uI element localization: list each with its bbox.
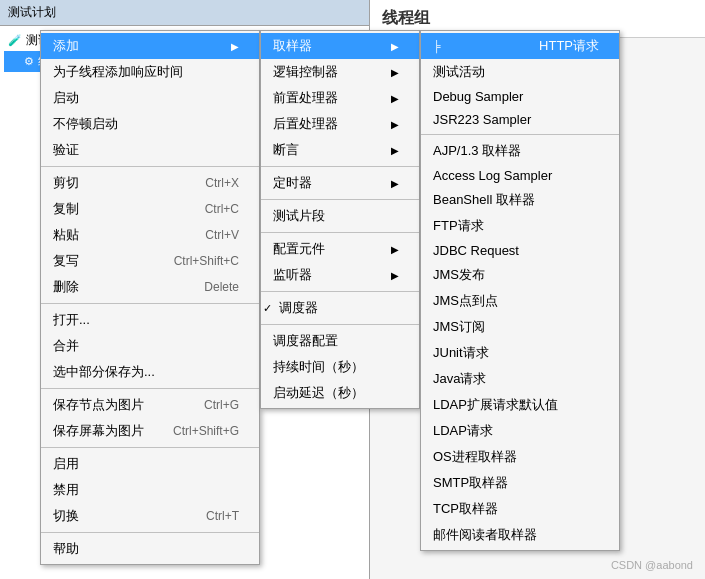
menu-item-http-request[interactable]: ╞ HTTP请求 xyxy=(421,33,619,59)
menu-item-access-log-sampler[interactable]: Access Log Sampler xyxy=(421,164,619,187)
watermark-text: CSDN @aabond xyxy=(611,559,693,571)
menu-item-config-element[interactable]: 配置元件 ▶ xyxy=(261,236,419,262)
menu-item-help[interactable]: 帮助 xyxy=(41,536,259,562)
menu-item-label: BeanShell 取样器 xyxy=(433,191,535,209)
menu-item-save-selected[interactable]: 选中部分保存为... xyxy=(41,359,259,385)
menu-item-merge[interactable]: 合并 xyxy=(41,333,259,359)
menu-item-ldap-request[interactable]: LDAP请求 xyxy=(421,418,619,444)
menu-item-start-delay[interactable]: 启动延迟（秒） xyxy=(261,380,419,406)
menu-item-label: Java请求 xyxy=(433,370,486,388)
menu-item-timer[interactable]: 定时器 ▶ xyxy=(261,170,419,196)
menu-item-label: 禁用 xyxy=(53,481,79,499)
menu-item-save-screen-img[interactable]: 保存屏幕为图片 Ctrl+Shift+G xyxy=(41,418,259,444)
context-menu-l3: ╞ HTTP请求 测试活动 Debug Sampler JSR223 Sampl… xyxy=(420,30,620,551)
menu-item-label: SMTP取样器 xyxy=(433,474,508,492)
menu-item-label: 保存节点为图片 xyxy=(53,396,144,414)
menu-item-label: 逻辑控制器 xyxy=(273,63,338,81)
menu-item-post-processor[interactable]: 后置处理器 ▶ xyxy=(261,111,419,137)
menu-item-label: 启用 xyxy=(53,455,79,473)
menu-item-save-node-img[interactable]: 保存节点为图片 Ctrl+G xyxy=(41,392,259,418)
menu-item-label: JMS点到点 xyxy=(433,292,498,310)
menu-item-arrow: ▶ xyxy=(391,41,399,52)
menu-item-duration[interactable]: 持续时间（秒） xyxy=(261,354,419,380)
menu-item-java-request[interactable]: Java请求 xyxy=(421,366,619,392)
menu-item-label: LDAP请求 xyxy=(433,422,493,440)
menu-item-label: 持续时间（秒） xyxy=(273,358,364,376)
menu-item-os-process-sampler[interactable]: OS进程取样器 xyxy=(421,444,619,470)
menu-item-test-activity[interactable]: 测试活动 xyxy=(421,59,619,85)
menu-item-mail-reader-sampler[interactable]: 邮件阅读者取样器 xyxy=(421,522,619,548)
separator-2 xyxy=(41,303,259,304)
menu-item-assertion[interactable]: 断言 ▶ xyxy=(261,137,419,163)
menu-item-pre-processor[interactable]: 前置处理器 ▶ xyxy=(261,85,419,111)
menu-item-label: 剪切 xyxy=(53,174,79,192)
separator-l2-1 xyxy=(261,166,419,167)
menu-item-add[interactable]: 添加 ▶ xyxy=(41,33,259,59)
menu-item-shortcut: Ctrl+Shift+G xyxy=(173,424,239,438)
menu-item-label: 复写 xyxy=(53,252,79,270)
menu-item-junit-request[interactable]: JUnit请求 xyxy=(421,340,619,366)
menu-item-start-no-pause[interactable]: 不停顿启动 xyxy=(41,111,259,137)
menu-item-copy[interactable]: 复制 Ctrl+C xyxy=(41,196,259,222)
menu-item-jms-p2p[interactable]: JMS点到点 xyxy=(421,288,619,314)
testplan-icon: 🧪 xyxy=(8,34,22,47)
menu-item-enable[interactable]: 启用 xyxy=(41,451,259,477)
menu-item-toggle[interactable]: 切换 Ctrl+T xyxy=(41,503,259,529)
menu-item-label: 调度器配置 xyxy=(273,332,338,350)
menu-item-ftp-request[interactable]: FTP请求 xyxy=(421,213,619,239)
menu-item-label: 取样器 xyxy=(273,37,312,55)
menu-item-add-arrow: ▶ xyxy=(231,41,239,52)
menu-item-label: 复制 xyxy=(53,200,79,218)
separator-l2-4 xyxy=(261,291,419,292)
menu-item-label: 为子线程添加响应时间 xyxy=(53,63,183,81)
threadgroup-icon: ⚙ xyxy=(24,55,34,68)
menu-item-open[interactable]: 打开... xyxy=(41,307,259,333)
right-title: 线程组 xyxy=(382,9,430,26)
menu-item-disable[interactable]: 禁用 xyxy=(41,477,259,503)
menu-item-jsr223-sampler[interactable]: JSR223 Sampler xyxy=(421,108,619,131)
menu-item-cut[interactable]: 剪切 Ctrl+X xyxy=(41,170,259,196)
menu-item-label: JUnit请求 xyxy=(433,344,489,362)
separator-l2-5 xyxy=(261,324,419,325)
tree-header: 测试计划 xyxy=(0,0,369,26)
menu-item-label: 调度器 xyxy=(279,299,318,317)
menu-item-tcp-sampler[interactable]: TCP取样器 xyxy=(421,496,619,522)
menu-item-debug-sampler[interactable]: Debug Sampler xyxy=(421,85,619,108)
menu-item-arrow: ▶ xyxy=(391,67,399,78)
menu-item-listener[interactable]: 监听器 ▶ xyxy=(261,262,419,288)
menu-item-label: 合并 xyxy=(53,337,79,355)
menu-item-label: 断言 xyxy=(273,141,299,159)
menu-item-jdbc-request[interactable]: JDBC Request xyxy=(421,239,619,262)
menu-item-label: LDAP扩展请求默认值 xyxy=(433,396,558,414)
menu-item-sampler[interactable]: 取样器 ▶ xyxy=(261,33,419,59)
menu-item-label: OS进程取样器 xyxy=(433,448,517,466)
menu-item-paste[interactable]: 粘贴 Ctrl+V xyxy=(41,222,259,248)
menu-item-label: 启动 xyxy=(53,89,79,107)
watermark: CSDN @aabond xyxy=(611,559,693,571)
menu-item-label: Debug Sampler xyxy=(433,89,523,104)
menu-item-scheduler[interactable]: 调度器 xyxy=(261,295,419,321)
menu-item-ldap-ext[interactable]: LDAP扩展请求默认值 xyxy=(421,392,619,418)
menu-item-logic-controller[interactable]: 逻辑控制器 ▶ xyxy=(261,59,419,85)
menu-item-beanshell-sampler[interactable]: BeanShell 取样器 xyxy=(421,187,619,213)
menu-item-jms-subscribe[interactable]: JMS订阅 xyxy=(421,314,619,340)
menu-item-duplicate[interactable]: 复写 Ctrl+Shift+C xyxy=(41,248,259,274)
menu-item-arrow: ▶ xyxy=(391,178,399,189)
menu-item-test-fragment[interactable]: 测试片段 xyxy=(261,203,419,229)
menu-item-label: 选中部分保存为... xyxy=(53,363,155,381)
menu-item-label: FTP请求 xyxy=(433,217,484,235)
separator-5 xyxy=(41,532,259,533)
menu-item-label: 保存屏幕为图片 xyxy=(53,422,144,440)
menu-item-scheduler-config[interactable]: 调度器配置 xyxy=(261,328,419,354)
menu-item-delete[interactable]: 删除 Delete xyxy=(41,274,259,300)
menu-item-label: 验证 xyxy=(53,141,79,159)
menu-item-label: JSR223 Sampler xyxy=(433,112,531,127)
menu-item-smtp-sampler[interactable]: SMTP取样器 xyxy=(421,470,619,496)
menu-item-jms-publish[interactable]: JMS发布 xyxy=(421,262,619,288)
separator-1 xyxy=(41,166,259,167)
menu-item-add-response-time[interactable]: 为子线程添加响应时间 xyxy=(41,59,259,85)
menu-item-validate[interactable]: 验证 xyxy=(41,137,259,163)
menu-item-label: 测试片段 xyxy=(273,207,325,225)
menu-item-ajp-sampler[interactable]: AJP/1.3 取样器 xyxy=(421,138,619,164)
menu-item-start[interactable]: 启动 xyxy=(41,85,259,111)
